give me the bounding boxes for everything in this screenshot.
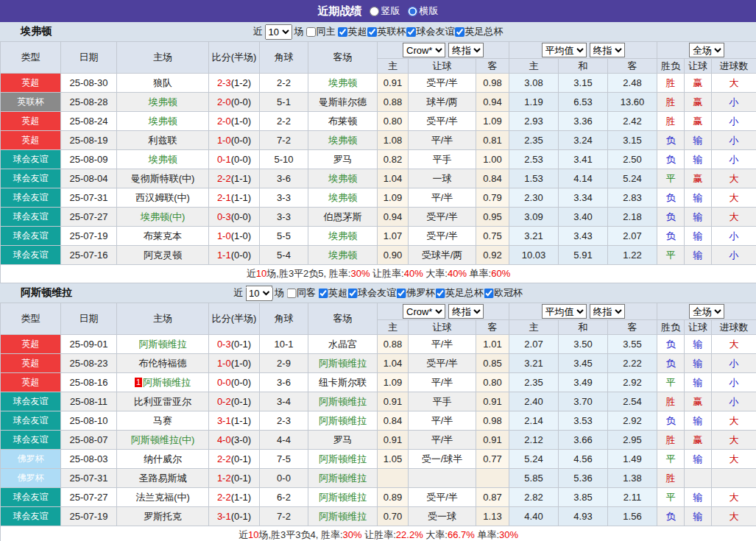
col-home: 主场 xyxy=(117,42,209,74)
home-team-link[interactable]: 埃弗顿 xyxy=(149,116,177,127)
competition-checkbox[interactable]: 球会友谊 xyxy=(406,25,455,38)
result-wdl: 平 xyxy=(657,246,685,265)
away-team-link[interactable]: 阿斯顿维拉 xyxy=(319,415,367,426)
away-team-link[interactable]: 埃弗顿 xyxy=(328,250,357,261)
match-row: 英超25-08-161阿斯顿维拉0-0(0-0)3-6纽卡斯尔联1.09平/半0… xyxy=(1,373,756,392)
away-team-link[interactable]: 曼斯菲尔德 xyxy=(319,96,367,107)
same-checkbox[interactable]: 同客 xyxy=(286,286,316,300)
home-team-link[interactable]: 布伦特福德 xyxy=(139,358,187,369)
home-team-cell: 埃弗顿 xyxy=(117,93,209,112)
away-team-link[interactable]: 罗马 xyxy=(333,154,353,165)
competition-checkbox[interactable]: 英足总杯 xyxy=(455,25,504,38)
horizontal-radio-input[interactable] xyxy=(408,7,417,16)
home-team-link[interactable]: 利兹联 xyxy=(149,135,177,146)
home-team-cell: 罗斯托克 xyxy=(117,507,209,526)
competition-checkbox[interactable]: 欧冠杯 xyxy=(484,286,523,300)
handicap-line: 受平/半 xyxy=(409,354,476,373)
home-team-link[interactable]: 比利亚雷亚尔 xyxy=(134,396,191,407)
competition-badge: 英超 xyxy=(1,112,61,131)
odds-stage-select[interactable]: 终指 xyxy=(448,304,484,319)
home-team-link[interactable]: 马赛 xyxy=(153,415,172,426)
away-team-link[interactable]: 埃弗顿 xyxy=(328,77,357,88)
fulltime-score: 1-0 xyxy=(217,358,231,369)
away-team-link[interactable]: 纽卡斯尔联 xyxy=(319,377,367,388)
home-team-link[interactable]: 圣路易斯城 xyxy=(139,473,187,484)
competition-checkbox[interactable]: 英足总杯 xyxy=(435,286,484,300)
avg-stage-select[interactable]: 终指 xyxy=(590,43,625,57)
avg-draw-odds: 6.53 xyxy=(559,93,608,112)
competition-checkbox[interactable]: 球会友谊 xyxy=(347,286,396,300)
away-team-link[interactable]: 埃弗顿 xyxy=(328,135,357,146)
competition-checkbox[interactable]: 佛罗杯 xyxy=(396,286,435,300)
home-odds: 1.07 xyxy=(378,227,409,246)
away-team-link[interactable]: 阿斯顿维拉 xyxy=(319,453,367,464)
same-checkbox[interactable]: 同主 xyxy=(306,25,336,38)
result-wdl: 胜 xyxy=(657,74,685,93)
recent-count-select[interactable]: 10 xyxy=(265,24,292,40)
layout-radio-vertical[interactable]: 竖版 xyxy=(370,4,400,18)
result-wdl: 平 xyxy=(657,169,685,188)
handicap-line: 受球半/两 xyxy=(409,246,476,265)
home-team-link[interactable]: 阿斯顿维拉(中) xyxy=(131,434,195,445)
avg-draw-odds: 5.36 xyxy=(559,469,608,488)
away-team-link[interactable]: 埃弗顿 xyxy=(328,192,357,203)
odds-company-select[interactable]: Crow* xyxy=(403,43,445,57)
sub-col-avg-away: 客 xyxy=(608,59,657,74)
away-team-link[interactable]: 阿斯顿维拉 xyxy=(319,473,367,484)
home-team-link[interactable]: 法兰克福(中) xyxy=(135,492,190,503)
away-team-link[interactable]: 布莱顿 xyxy=(328,116,357,127)
home-team-link[interactable]: 曼彻斯特联(中) xyxy=(131,173,195,184)
away-odds: 0.79 xyxy=(476,188,509,208)
home-team-link[interactable]: 阿斯顿维拉 xyxy=(143,377,191,388)
away-team-link[interactable]: 埃弗顿 xyxy=(328,230,357,241)
home-team-link[interactable]: 埃弗顿 xyxy=(149,96,177,107)
corner-score: 2-2 xyxy=(260,74,308,93)
away-team-link[interactable]: 罗马 xyxy=(333,434,353,445)
avg-source-select[interactable]: 平均值 xyxy=(542,43,587,57)
match-row: 球会友谊25-08-09埃弗顿0-1(0-0)5-10罗马0.82平手1.002… xyxy=(1,150,756,169)
home-team-link[interactable]: 阿斯顿维拉 xyxy=(139,339,187,350)
result-wdl: 负 xyxy=(657,411,685,431)
corner-score: 5-1 xyxy=(260,93,308,112)
away-team-link[interactable]: 阿斯顿维拉 xyxy=(319,492,367,503)
home-team-link[interactable]: 布莱克本 xyxy=(144,230,182,241)
avg-stage-select[interactable]: 终指 xyxy=(590,304,625,319)
competition-checkbox[interactable]: 英超 xyxy=(338,25,367,38)
home-team-link[interactable]: 罗斯托克 xyxy=(144,511,182,522)
away-team-link[interactable]: 阿斯顿维拉 xyxy=(319,358,367,369)
away-team-link[interactable]: 阿斯顿维拉 xyxy=(319,511,367,522)
home-team-link[interactable]: 埃弗顿(中) xyxy=(141,211,186,222)
handicap-line: 受平/半 xyxy=(409,208,476,227)
sub-col-avg-away: 客 xyxy=(608,320,657,335)
avg-draw-odds: 4.93 xyxy=(559,507,608,526)
home-team-link[interactable]: 纳什威尔 xyxy=(144,453,182,464)
home-team-cell: 阿斯顿维拉 xyxy=(117,335,209,354)
competition-checkbox[interactable]: 英超 xyxy=(318,286,347,300)
summary-text: 大率: xyxy=(423,268,448,279)
corner-score: 7-2 xyxy=(260,507,308,526)
avg-group-header: 平均值终指 xyxy=(509,303,657,320)
home-team-link[interactable]: 西汉姆联(中) xyxy=(135,192,190,203)
odds-company-select[interactable]: Crow* xyxy=(403,304,445,319)
vertical-radio-input[interactable] xyxy=(370,7,379,16)
layout-radio-horizontal[interactable]: 横版 xyxy=(408,4,439,18)
away-team-link[interactable]: 阿斯顿维拉 xyxy=(319,396,367,407)
scope-group-header: 全场 xyxy=(657,42,756,59)
away-team-link[interactable]: 埃弗顿 xyxy=(328,173,357,184)
competition-checkbox[interactable]: 英联杯 xyxy=(367,25,406,38)
summary-text: 单率: xyxy=(467,268,491,279)
away-team-link[interactable]: 水晶宫 xyxy=(328,339,357,350)
home-team-link[interactable]: 埃弗顿 xyxy=(149,154,177,165)
odds-stage-select[interactable]: 终指 xyxy=(448,43,484,57)
home-team-link[interactable]: 阿克灵顿 xyxy=(144,250,182,261)
home-team-link[interactable]: 狼队 xyxy=(153,77,172,88)
recent-count-select[interactable]: 10 xyxy=(245,286,272,301)
result-handicap: 赢 xyxy=(685,74,712,93)
competition-badge: 球会友谊 xyxy=(1,411,61,431)
away-team-link[interactable]: 伯恩茅斯 xyxy=(324,211,362,222)
avg-source-select[interactable]: 平均值 xyxy=(542,304,587,319)
scope-select[interactable]: 全场 xyxy=(689,304,724,319)
avg-home-odds: 2.12 xyxy=(509,431,559,450)
match-row: 球会友谊25-07-27法兰克福(中)2-2(1-1)6-2阿斯顿维拉0.89受… xyxy=(1,488,756,507)
scope-select[interactable]: 全场 xyxy=(689,43,724,57)
